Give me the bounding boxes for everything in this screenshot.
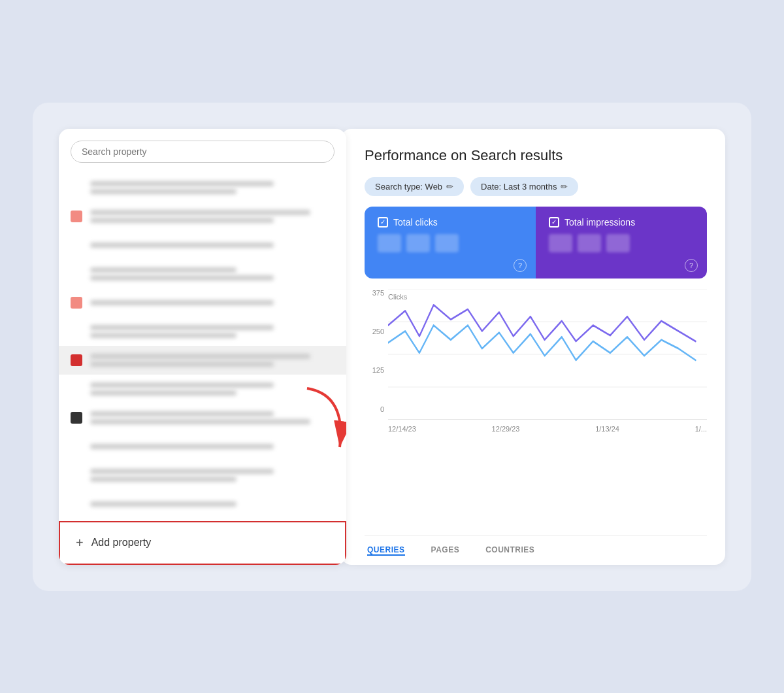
date-label: Date: Last 3 months [481, 182, 557, 192]
blur-text-line [90, 382, 274, 388]
y-tick-125: 125 [365, 366, 384, 374]
impressions-values [549, 234, 694, 252]
list-item[interactable] [59, 231, 346, 260]
property-text-lines [90, 382, 335, 396]
filter-row: Search type: Web ✏ Date: Last 3 months ✏ [365, 177, 707, 196]
search-type-label: Search type: Web [375, 182, 442, 192]
property-text-lines [90, 411, 335, 424]
chart-svg [388, 289, 707, 420]
main-container: + Add property Performance on Search res… [33, 103, 751, 591]
impressions-val-3 [606, 234, 630, 252]
y-tick-0: 0 [365, 405, 384, 413]
blur-text-line [90, 218, 274, 223]
plus-icon: + [76, 535, 84, 550]
property-text-lines [90, 325, 335, 338]
list-item[interactable] [59, 403, 346, 432]
search-bar[interactable] [71, 141, 335, 163]
x-label-2: 1/13/24 [595, 425, 619, 433]
list-item[interactable] [59, 346, 346, 375]
tab-pages[interactable]: PAGES [431, 545, 460, 556]
left-panel: + Add property [59, 129, 346, 565]
property-icon [71, 354, 82, 366]
clicks-line [388, 325, 696, 360]
blur-text-line [90, 210, 310, 215]
chart-wrap: 0 125 250 375 Clicks [388, 289, 707, 433]
list-item[interactable] [59, 432, 346, 461]
list-item[interactable] [59, 173, 346, 202]
blur-text-line [90, 300, 274, 305]
list-item[interactable] [59, 461, 346, 490]
blur-text-line [90, 469, 274, 474]
search-type-edit-icon: ✏ [446, 182, 453, 192]
blur-text-line [90, 419, 310, 424]
clicks-val-2 [406, 234, 430, 252]
blur-text-line [90, 444, 274, 449]
impressions-val-1 [549, 234, 572, 252]
blur-text-line [90, 390, 237, 396]
blur-text-line [90, 189, 237, 194]
tab-queries[interactable]: QUERIES [367, 545, 405, 556]
search-input[interactable] [82, 146, 323, 157]
blur-text-line [90, 325, 274, 330]
property-text-lines [90, 267, 335, 280]
bottom-tabs: QUERIES PAGES COUNTRIES [365, 535, 707, 565]
property-list [59, 171, 346, 521]
add-property-label: Add property [91, 537, 152, 549]
y-tick-250: 250 [365, 328, 384, 335]
list-item[interactable] [59, 288, 346, 317]
impressions-checkbox[interactable] [549, 217, 559, 228]
property-text-lines [90, 243, 335, 248]
clicks-checkbox[interactable] [378, 217, 388, 228]
total-impressions-card: Total impressions ? [536, 207, 707, 279]
date-edit-icon: ✏ [561, 182, 568, 192]
right-panel: Performance on Search results Search typ… [341, 129, 725, 565]
blur-text-line [90, 411, 274, 416]
blur-text-line [90, 477, 237, 482]
list-item[interactable] [59, 490, 346, 518]
total-clicks-title: Total clicks [378, 217, 523, 228]
clicks-help-icon[interactable]: ? [514, 259, 527, 272]
x-label-3: 1/... [695, 425, 707, 433]
property-text-lines [90, 354, 335, 367]
x-labels: 12/14/23 12/29/23 1/13/24 1/... [388, 425, 707, 433]
property-icon [71, 412, 82, 424]
impressions-val-2 [578, 234, 601, 252]
list-item[interactable] [59, 375, 346, 403]
chart-y-label: Clicks [388, 293, 407, 301]
property-text-lines [90, 300, 335, 305]
total-impressions-title: Total impressions [549, 217, 694, 228]
blur-text-line [90, 333, 237, 338]
search-bar-wrap [59, 129, 346, 171]
metric-cards: Total clicks ? Total impressions [365, 207, 707, 279]
property-text-lines [90, 181, 335, 194]
clicks-val-3 [435, 234, 459, 252]
list-item[interactable] [59, 317, 346, 346]
property-text-lines [90, 501, 335, 507]
total-clicks-card: Total clicks ? [365, 207, 536, 279]
blur-text-line [90, 243, 274, 248]
search-type-filter[interactable]: Search type: Web ✏ [365, 177, 464, 196]
property-icon [71, 211, 82, 222]
date-filter[interactable]: Date: Last 3 months ✏ [470, 177, 578, 196]
property-icon [71, 297, 82, 309]
blur-text-line [90, 354, 310, 359]
x-label-0: 12/14/23 [388, 425, 416, 433]
panel-title: Performance on Search results [365, 147, 707, 164]
impressions-line [388, 305, 696, 341]
add-property-button[interactable]: + Add property [59, 521, 346, 565]
y-tick-375: 375 [365, 289, 384, 297]
blur-text-line [90, 181, 274, 186]
x-label-1: 12/29/23 [492, 425, 520, 433]
property-text-lines [90, 469, 335, 482]
chart-y-axis: 0 125 250 375 [365, 289, 384, 413]
list-item[interactable] [59, 260, 346, 288]
tab-countries[interactable]: COUNTRIES [485, 545, 534, 556]
blur-text-line [90, 267, 237, 273]
chart-area: 0 125 250 375 Clicks [365, 289, 707, 525]
impressions-help-icon[interactable]: ? [685, 259, 698, 272]
blur-text-line [90, 275, 274, 280]
clicks-val-1 [378, 234, 401, 252]
list-item[interactable] [59, 202, 346, 231]
blur-text-line [90, 362, 274, 367]
clicks-values [378, 234, 523, 252]
